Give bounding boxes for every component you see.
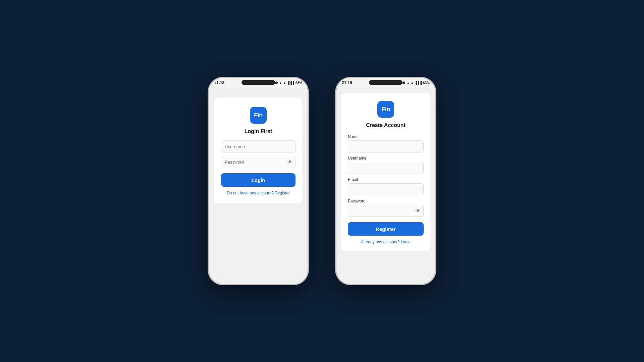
login-title: Login First xyxy=(245,128,272,134)
reg-username-field-group: Username xyxy=(348,156,424,174)
volume-down-button xyxy=(208,137,209,150)
name-field-group: Name xyxy=(348,134,424,153)
password-toggle-icon[interactable]: 👁 xyxy=(287,159,292,165)
reg-username-label: Username xyxy=(348,156,424,161)
signal-icon: ▲ xyxy=(279,81,282,85)
email-field-group: Email xyxy=(348,177,424,195)
register-button[interactable]: Register xyxy=(348,222,424,236)
name-input[interactable] xyxy=(348,140,424,153)
camera-dot xyxy=(275,81,278,84)
phone-register: 21:19 ▲ ● ▐▐▐ 63% Fin Create Account Nam… xyxy=(335,77,436,285)
password-field-group: 👁 xyxy=(221,156,296,168)
reg-password-field-group: Password 👁 xyxy=(348,199,424,217)
status-time: ↑1:18 xyxy=(214,80,224,85)
battery-text-2: 63% xyxy=(423,81,430,85)
password-input[interactable] xyxy=(221,156,296,168)
phone-login: ↑1:18 ▲ ● ▐▐▐ 63% Fin Login First xyxy=(208,77,309,285)
login-screen: Fin Login First 👁 Login Do not have any … xyxy=(209,87,308,284)
notch xyxy=(241,80,275,85)
fin-logo-2: Fin xyxy=(377,101,394,118)
register-screen: Fin Create Account Name Username Email P… xyxy=(336,87,435,284)
login-link[interactable]: Already has account? Login xyxy=(361,240,411,244)
email-input[interactable] xyxy=(348,183,424,195)
status-time-2: 21:19 xyxy=(342,80,352,85)
login-card: Fin Login First 👁 Login Do not have any … xyxy=(214,98,302,203)
camera-dot-2 xyxy=(402,81,405,84)
battery-text: 63% xyxy=(296,81,302,85)
reg-password-wrap: 👁 xyxy=(348,205,424,217)
reg-password-toggle-icon[interactable]: 👁 xyxy=(416,208,420,214)
reg-password-input[interactable] xyxy=(348,205,424,217)
fin-logo-text: Fin xyxy=(254,112,263,119)
login-button[interactable]: Login xyxy=(221,173,296,187)
wifi-icon: ● xyxy=(284,81,286,85)
signal-bars-icon: ▐▐▐ xyxy=(287,81,294,85)
volume-up-button-2 xyxy=(335,118,336,132)
notch-2 xyxy=(369,80,402,85)
username-input[interactable] xyxy=(221,140,296,153)
signal-icon-2: ▲ xyxy=(407,81,410,85)
username-field-group xyxy=(221,140,296,153)
status-icons: ▲ ● ▐▐▐ 63% xyxy=(279,81,302,85)
status-icons-2: ▲ ● ▐▐▐ 63% xyxy=(407,81,430,85)
volume-down-button-2 xyxy=(335,137,336,150)
power-button-2 xyxy=(435,125,436,148)
register-card: Fin Create Account Name Username Email P… xyxy=(341,93,430,251)
fin-logo-text-2: Fin xyxy=(381,106,390,113)
volume-up-button xyxy=(208,118,209,132)
email-label: Email xyxy=(348,177,424,182)
register-link[interactable]: Do not have any account? Register xyxy=(227,191,289,195)
register-title: Create Account xyxy=(366,122,406,128)
name-label: Name xyxy=(348,134,424,139)
wifi-icon-2: ● xyxy=(411,81,413,85)
reg-password-label: Password xyxy=(348,199,424,203)
signal-bars-icon-2: ▐▐▐ xyxy=(415,81,422,85)
password-input-wrap: 👁 xyxy=(221,156,296,168)
reg-username-input[interactable] xyxy=(348,162,424,174)
power-button xyxy=(308,125,309,148)
fin-logo: Fin xyxy=(250,107,267,124)
